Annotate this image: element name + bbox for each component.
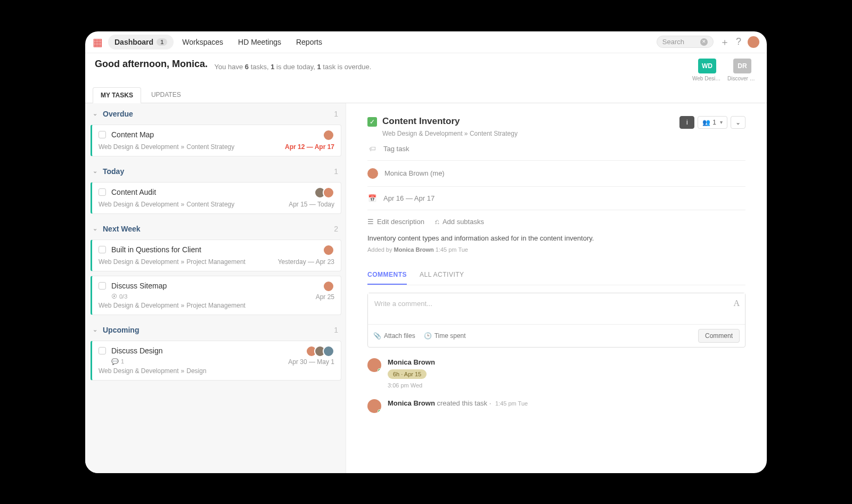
nav-workspaces[interactable]: Workspaces bbox=[176, 35, 230, 49]
chevron-down-icon: ⌄ bbox=[93, 168, 97, 175]
tab-all-activity[interactable]: ALL ACTIVITY bbox=[420, 266, 464, 285]
add-subtasks-link[interactable]: ⎌Add subtasks bbox=[435, 218, 484, 226]
time-spent-button[interactable]: 🕒Time spent bbox=[424, 332, 466, 340]
activity-avatar[interactable] bbox=[367, 399, 381, 413]
search-clear-icon[interactable]: ✕ bbox=[700, 38, 708, 46]
task-checkbox[interactable] bbox=[99, 188, 106, 196]
chevron-down-icon: ⌄ bbox=[93, 326, 97, 333]
detail-breadcrumb[interactable]: Web Design & Development » Content Strat… bbox=[382, 130, 518, 137]
search-placeholder: Search bbox=[662, 38, 684, 46]
activity-item: Monica Brown 6h · Apr 15 3:06 pm Wed bbox=[367, 358, 746, 389]
clock-icon: 🕒 bbox=[424, 332, 432, 340]
assignee-avatar[interactable] bbox=[323, 345, 334, 357]
added-by-line: Added by Monica Brown 1:45 pm Tue bbox=[367, 246, 746, 253]
top-nav: ▦ Dashboard 1 Workspaces HD Meetings Rep… bbox=[85, 31, 767, 53]
detail-controls: i 👥1 ⌄ bbox=[679, 116, 746, 129]
greeting-title: Good afternoon, Monica. bbox=[95, 59, 208, 69]
task-description: Inventory content types and information … bbox=[367, 233, 746, 244]
assignee-avatar[interactable] bbox=[323, 244, 334, 256]
greeting-text: Good afternoon, Monica. You have 6 tasks… bbox=[95, 59, 371, 70]
app-logo-icon[interactable]: ▦ bbox=[93, 36, 103, 48]
task-card[interactable]: Content Audit Web Design & Development»C… bbox=[91, 182, 341, 214]
group-count: 1 bbox=[334, 326, 338, 334]
comment-tabs: COMMENTS ALL ACTIVITY bbox=[367, 266, 746, 285]
workspace-abbr: WD bbox=[698, 59, 716, 73]
edit-icon: ☰ bbox=[367, 218, 374, 226]
tab-my-tasks[interactable]: MY TASKS bbox=[93, 87, 141, 103]
assignee-avatar[interactable] bbox=[323, 280, 334, 292]
tab-updates[interactable]: UPDATES bbox=[143, 87, 189, 103]
comment-box: A 📎Attach files 🕒Time spent Comment bbox=[367, 293, 746, 348]
task-subtasks: ⦿0/3 bbox=[111, 293, 334, 300]
task-card[interactable]: Content Map Web Design & Development»Con… bbox=[91, 125, 341, 156]
chevron-down-icon: ⌄ bbox=[93, 225, 97, 232]
group-header-overdue[interactable]: ⌄ Overdue 1 bbox=[85, 103, 346, 123]
app-window: ▦ Dashboard 1 Workspaces HD Meetings Rep… bbox=[85, 31, 767, 473]
dates-section[interactable]: 📅 Apr 16 — Apr 17 bbox=[367, 187, 746, 210]
add-icon[interactable]: ＋ bbox=[720, 36, 730, 48]
workspace-chip-dr[interactable]: DR Discover Re... bbox=[727, 59, 757, 81]
task-detail-panel: ✓ Content Inventory Web Design & Develop… bbox=[346, 103, 767, 473]
info-button[interactable]: i bbox=[679, 116, 694, 129]
group-header-upcoming[interactable]: ⌄ Upcoming 1 bbox=[85, 319, 346, 340]
task-checkbox[interactable] bbox=[99, 282, 106, 290]
comment-input[interactable] bbox=[368, 293, 745, 322]
workspace-chips: WD Web Design ... DR Discover Re... bbox=[692, 59, 757, 81]
group-name: Today bbox=[103, 167, 124, 176]
group-header-today[interactable]: ⌄ Today 1 bbox=[85, 161, 346, 181]
format-icon[interactable]: A bbox=[733, 299, 740, 308]
subtask-icon: ⎌ bbox=[435, 218, 439, 226]
help-icon[interactable]: ? bbox=[736, 36, 741, 47]
workspace-chip-wd[interactable]: WD Web Design ... bbox=[692, 59, 722, 81]
task-card[interactable]: Built in Questions for Client Web Design… bbox=[91, 239, 341, 271]
search-input[interactable]: Search ✕ bbox=[657, 36, 714, 48]
task-path: Web Design & Development»Content Strateg… bbox=[99, 143, 285, 151]
task-avatars bbox=[326, 129, 334, 141]
task-checkbox[interactable] bbox=[99, 131, 106, 138]
task-card[interactable]: Discuss Design 💬1 Web Design & Developme… bbox=[91, 341, 341, 381]
main-content: ⌄ Overdue 1 Content Map Web Design & Dev… bbox=[85, 103, 767, 473]
assignee-name: Monica Brown (me) bbox=[384, 169, 445, 177]
online-dot-icon bbox=[378, 409, 381, 413]
comment-submit-button[interactable]: Comment bbox=[698, 329, 740, 343]
nav-label: Dashboard bbox=[114, 38, 153, 46]
tab-comments[interactable]: COMMENTS bbox=[367, 266, 407, 285]
nav-reports[interactable]: Reports bbox=[290, 35, 329, 49]
task-title: Content Audit bbox=[111, 188, 156, 196]
task-avatars bbox=[309, 345, 334, 357]
assignee-avatar bbox=[367, 168, 378, 179]
assignee-avatar[interactable] bbox=[323, 129, 334, 141]
online-dot-icon bbox=[378, 368, 381, 372]
tag-section[interactable]: 🏷 Tag task bbox=[367, 137, 746, 161]
sub-tabs: MY TASKS UPDATES bbox=[85, 87, 767, 103]
assignee-section[interactable]: Monica Brown (me) bbox=[367, 161, 746, 187]
task-date: Apr 30 — May 1 bbox=[288, 358, 334, 366]
task-title: Discuss Sitemap bbox=[111, 282, 167, 290]
group-header-nextweek[interactable]: ⌄ Next Week 2 bbox=[85, 218, 346, 238]
activity-created-line: Monica Brown created this task · 1:45 pm… bbox=[388, 399, 528, 413]
activity-timestamp: 3:06 pm Wed bbox=[388, 382, 435, 389]
tag-label: Tag task bbox=[383, 145, 409, 153]
task-path: Web Design & Development»Content Strateg… bbox=[99, 201, 289, 208]
task-avatars bbox=[317, 187, 334, 199]
task-card[interactable]: Discuss Sitemap ⦿0/3 Web Design & Develo… bbox=[91, 276, 341, 315]
group-name: Overdue bbox=[103, 110, 133, 118]
more-button[interactable]: ⌄ bbox=[731, 116, 746, 129]
people-icon: 👥 bbox=[702, 119, 710, 126]
task-checkbox[interactable] bbox=[99, 347, 106, 354]
date-range: Apr 16 — Apr 17 bbox=[383, 194, 435, 202]
edit-description-link[interactable]: ☰Edit description bbox=[367, 218, 424, 226]
task-complete-checkbox[interactable]: ✓ bbox=[367, 117, 377, 127]
nav-meetings[interactable]: HD Meetings bbox=[232, 35, 288, 49]
assignee-avatar[interactable] bbox=[323, 187, 334, 199]
task-checkbox[interactable] bbox=[99, 246, 106, 253]
activity-item: Monica Brown created this task · 1:45 pm… bbox=[367, 399, 746, 413]
user-avatar[interactable] bbox=[748, 36, 759, 48]
calendar-icon: 📅 bbox=[367, 194, 377, 202]
assignees-button[interactable]: 👥1 bbox=[698, 116, 727, 129]
nav-dashboard[interactable]: Dashboard 1 bbox=[108, 35, 174, 49]
nav-right: Search ✕ ＋ ? bbox=[657, 36, 759, 48]
attach-files-button[interactable]: 📎Attach files bbox=[373, 332, 415, 340]
detail-actions: ☰Edit description ⎌Add subtasks bbox=[367, 210, 746, 233]
activity-avatar[interactable] bbox=[367, 358, 381, 372]
